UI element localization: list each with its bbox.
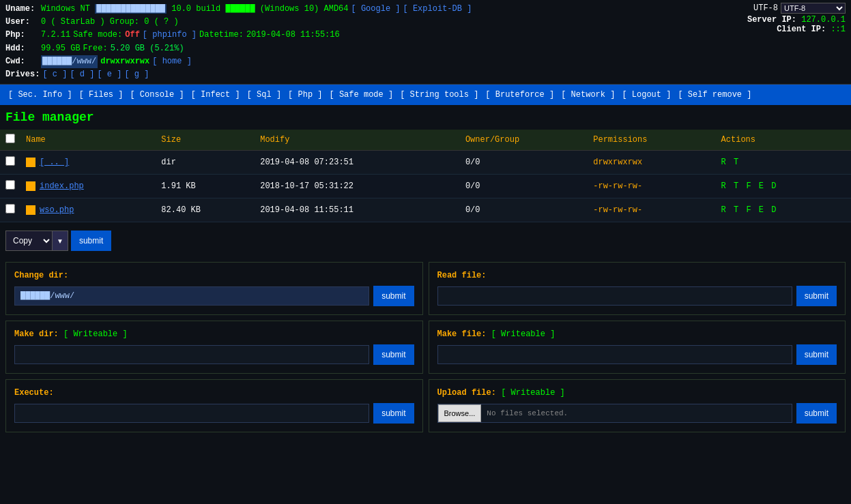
copy-select[interactable]: Copy Move Delete Zip UnZip [5, 231, 53, 251]
col-size: Size [156, 130, 255, 151]
col-name: Name [20, 130, 156, 151]
file-name-link[interactable]: wso.php [40, 205, 74, 215]
nav-network[interactable]: [ Network ] [558, 89, 618, 101]
php-safemode-label: Safe mode: [73, 29, 122, 42]
file-owner: 0/0 [460, 175, 588, 198]
action-e-link[interactable]: E [759, 205, 764, 215]
execute-label: Execute: [14, 388, 414, 398]
make-file-row: submit [437, 344, 837, 365]
hdd-line: Hdd: 99.95 GB Free: 5.20 GB (5.21%) [5, 42, 846, 55]
nav-console[interactable]: [ Console ] [127, 89, 186, 101]
encoding-label: UTF-8 [753, 3, 778, 13]
table-row: wso.php82.40 KB2019-04-08 11:55:110/0-rw… [0, 198, 851, 222]
read-file-panel: Read file: submit [429, 262, 846, 315]
encoding-select[interactable]: UTF-8 Windows-1251 KOI8-R [781, 3, 846, 14]
nav-files[interactable]: [ Files ] [76, 89, 126, 101]
row-checkbox[interactable] [5, 156, 15, 166]
change-dir-input[interactable] [14, 286, 369, 306]
file-perms: -rw-rw-rw- [588, 175, 715, 198]
file-name-link[interactable]: index.php [40, 181, 84, 191]
drive-d[interactable]: [ d ] [70, 68, 94, 81]
change-dir-panel: Change dir: submit [5, 262, 423, 315]
nav-sql[interactable]: [ Sql ] [244, 89, 284, 101]
table-row: index.php1.91 KB2018-10-17 05:31:220/0-r… [0, 175, 851, 198]
action-f-link[interactable]: F [746, 205, 751, 215]
file-modify: 2019-04-08 11:55:11 [255, 198, 460, 222]
make-dir-input[interactable] [14, 345, 369, 364]
select-all-checkbox[interactable] [5, 134, 15, 143]
read-file-submit[interactable]: submit [796, 286, 837, 306]
file-name-link[interactable]: [ .. ] [40, 158, 69, 167]
make-dir-writeable: [ Writeable ] [63, 329, 128, 339]
file-modify: 2019-04-08 07:23:51 [255, 151, 460, 175]
action-r-link[interactable]: R [721, 158, 726, 167]
file-modify: 2018-10-17 05:31:22 [255, 175, 460, 198]
phpinfo-link[interactable]: [ phpinfo ] [143, 29, 197, 42]
nav-bar: [ Sec. Info ] [ Files ] [ Console ] [ In… [0, 85, 851, 105]
google-link[interactable]: [ Google ] [351, 3, 401, 16]
file-icon [26, 181, 35, 191]
action-d-link[interactable]: D [771, 205, 776, 215]
execute-input[interactable] [14, 404, 369, 423]
file-upload-area: Browse... No files selected. [437, 404, 792, 423]
row-checkbox[interactable] [5, 204, 15, 213]
nav-bruteforce[interactable]: [ Bruteforce ] [482, 89, 557, 101]
execute-submit[interactable]: submit [373, 403, 414, 424]
change-dir-label: Change dir: [14, 271, 414, 280]
read-file-input[interactable] [437, 286, 792, 306]
make-file-panel: Make file: [ Writeable ] submit [429, 321, 846, 374]
user-line: User: 0 ( StarLab ) Group: 0 ( ? ) [5, 16, 846, 29]
action-d-link[interactable]: D [771, 181, 776, 191]
make-file-input[interactable] [437, 345, 792, 364]
make-dir-row: submit [14, 344, 414, 365]
nav-sec-info[interactable]: [ Sec. Info ] [5, 89, 75, 101]
datetime-value: 2019-04-08 11:55:16 [246, 29, 340, 42]
uname-line: Uname: Windows NT ██████████████ 10.0 bu… [5, 3, 846, 16]
cwd-home[interactable]: [ home ] [152, 55, 192, 68]
change-dir-submit[interactable]: submit [373, 286, 414, 306]
upload-writeable: [ Writeable ] [501, 388, 565, 398]
nav-logout[interactable]: [ Logout ] [619, 89, 674, 101]
action-e-link[interactable]: E [759, 181, 764, 191]
nav-selfremove[interactable]: [ Self remove ] [675, 89, 754, 101]
action-bar: Copy Move Delete Zip UnZip ▼ submit [0, 225, 851, 256]
nav-safemode[interactable]: [ Safe mode ] [327, 89, 396, 101]
hdd-total: 99.95 GB [41, 42, 81, 55]
php-label: Php: [5, 29, 38, 42]
nav-stringtools[interactable]: [ String tools ] [397, 89, 481, 101]
col-checkbox [0, 130, 20, 151]
file-table: Name Size Modify Owner/Group Permissions… [0, 130, 851, 222]
make-dir-submit[interactable]: submit [373, 344, 414, 365]
uname-label: Uname: [5, 3, 38, 16]
file-size: 82.40 KB [156, 198, 255, 222]
cwd-perms: drwxrwxrwx [100, 55, 149, 68]
action-t-link[interactable]: T [734, 158, 738, 167]
col-actions: Actions [716, 130, 851, 151]
header-right: UTF-8 UTF-8 Windows-1251 KOI8-R Server I… [747, 3, 846, 34]
action-t-link[interactable]: T [734, 181, 738, 191]
action-r-link[interactable]: R [721, 181, 726, 191]
action-r-link[interactable]: R [721, 205, 726, 215]
drive-e[interactable]: [ e ] [97, 68, 121, 81]
row-checkbox[interactable] [5, 180, 15, 190]
read-file-row: submit [437, 286, 837, 306]
nav-infect[interactable]: [ Infect ] [188, 89, 243, 101]
col-modify: Modify [255, 130, 460, 151]
action-submit-button[interactable]: submit [71, 231, 111, 251]
nav-php[interactable]: [ Php ] [285, 89, 325, 101]
action-t-link[interactable]: T [734, 205, 738, 215]
execute-row: submit [14, 403, 414, 424]
hdd-free-label: Free: [83, 42, 108, 55]
exploitdb-link[interactable]: [ Exploit-DB ] [403, 3, 472, 16]
drive-c[interactable]: [ c ] [42, 68, 67, 81]
upload-submit[interactable]: submit [796, 403, 837, 424]
copy-dropdown-arrow[interactable]: ▼ [53, 231, 68, 251]
uname-value: Windows NT ██████████████ 10.0 build ███… [41, 3, 349, 16]
encoding-selector[interactable]: UTF-8 UTF-8 Windows-1251 KOI8-R [747, 3, 846, 14]
drive-g[interactable]: [ g ] [124, 68, 149, 81]
browse-button[interactable]: Browse... [438, 404, 482, 422]
make-file-submit[interactable]: submit [796, 344, 837, 365]
folder-icon [26, 158, 35, 167]
action-f-link[interactable]: F [746, 181, 751, 191]
php-version: 7.2.11 [41, 29, 70, 42]
